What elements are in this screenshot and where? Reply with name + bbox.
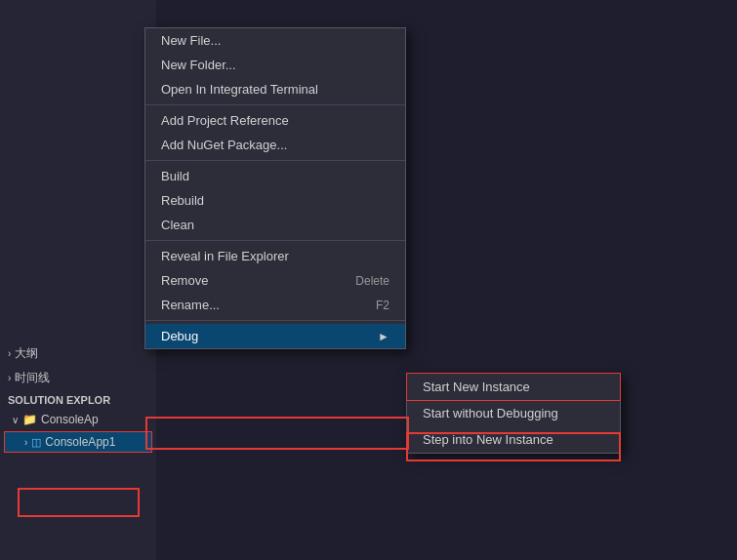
chevron-right-icon: › (8, 348, 11, 359)
remove-shortcut: Delete (355, 274, 389, 288)
context-menu: New File... New Folder... Open In Integr… (144, 27, 406, 349)
submenu-arrow-icon: ► (378, 330, 389, 343)
sidebar-timeline-label: 时间线 (15, 370, 50, 386)
submenu-item-start-without-debug[interactable]: Start without Debugging (407, 400, 620, 426)
solution-explorer-header: SOLUTION EXPLOR (0, 390, 156, 410)
menu-item-new-file[interactable]: New File... (145, 28, 405, 53)
tree-item-consoleapp1[interactable]: › ◫ ConsoleApp1 (4, 431, 152, 453)
sidebar: › 大纲 › 时间线 SOLUTION EXPLOR ∨ 📁 ConsoleAp… (0, 0, 156, 560)
folder-icon: 📁 (22, 413, 37, 426)
tree-item-consoleapp-folder[interactable]: ∨ 📁 ConsoleAp (0, 410, 156, 429)
submenu-item-start-new-instance[interactable]: Start New Instance (407, 374, 620, 400)
sidebar-item-timeline[interactable]: › 时间线 (0, 366, 156, 390)
menu-item-clean[interactable]: Clean (145, 213, 405, 237)
menu-item-remove[interactable]: Remove Delete (145, 268, 405, 293)
menu-item-debug[interactable]: Debug ► (145, 324, 405, 348)
menu-divider-4 (145, 320, 405, 321)
menu-item-rename[interactable]: Rename... F2 (145, 293, 405, 317)
menu-item-new-folder[interactable]: New Folder... (145, 53, 405, 77)
consoleapp1-label: ConsoleApp1 (45, 435, 115, 449)
menu-divider-2 (145, 160, 405, 161)
menu-item-rebuild[interactable]: Rebuild (145, 188, 405, 213)
project-icon: ◫ (31, 436, 41, 449)
chevron-right-icon: › (8, 373, 11, 383)
sidebar-item-outline[interactable]: › 大纲 (0, 341, 156, 366)
rename-shortcut: F2 (376, 299, 389, 312)
submenu-item-step-into[interactable]: Step into New Instance (407, 426, 620, 453)
menu-divider-1 (145, 104, 405, 105)
menu-item-open-terminal[interactable]: Open In Integrated Terminal (145, 77, 405, 101)
menu-item-reveal[interactable]: Reveal in File Explorer (145, 244, 405, 268)
consoleapp-folder-label: ConsoleAp (41, 413, 99, 426)
chevron-right-icon: › (24, 437, 27, 448)
debug-submenu: Start New Instance Start without Debuggi… (406, 373, 621, 454)
menu-divider-3 (145, 240, 405, 241)
menu-item-build[interactable]: Build (145, 164, 405, 188)
chevron-down-icon: ∨ (12, 415, 19, 425)
menu-item-add-nuget[interactable]: Add NuGet Package... (145, 133, 405, 157)
menu-item-add-project-ref[interactable]: Add Project Reference (145, 108, 405, 133)
sidebar-outline-label: 大纲 (15, 345, 38, 362)
